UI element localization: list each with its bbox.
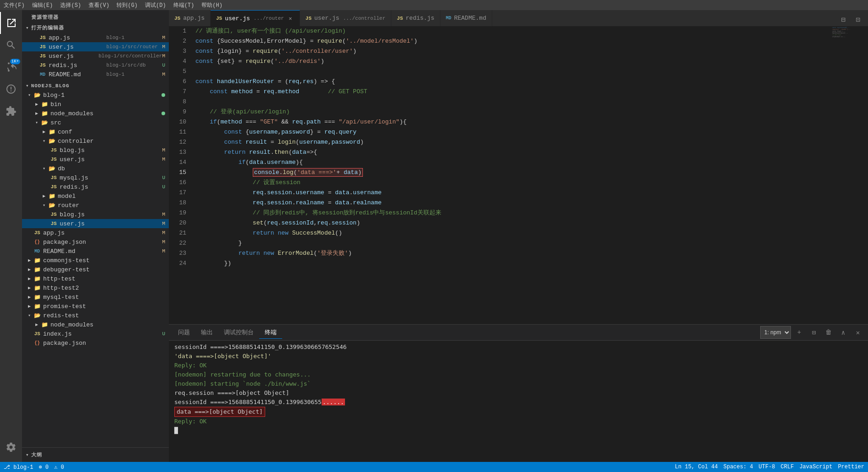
line-numbers: 1 2 3 4 5 6 7 8 9 10 11 12 13 14 15 16 1… <box>169 26 192 324</box>
menu-debug[interactable]: 调试(D) <box>145 1 166 9</box>
terminal-content[interactable]: sessionId ====>1568885141150_0.139963066… <box>169 341 868 462</box>
open-editors-section[interactable]: ▾ 打开的编辑器 <box>22 22 169 33</box>
tab-app-js[interactable]: JS app.js <box>169 10 211 26</box>
folder-label: node_modules <box>50 110 161 117</box>
tab-label: user.js <box>225 15 250 22</box>
extensions-icon[interactable] <box>0 100 22 122</box>
file-blog-js-router[interactable]: JS blog.js M <box>22 210 169 219</box>
add-terminal-button[interactable]: + <box>793 326 806 339</box>
badge-u: U <box>162 331 169 337</box>
menu-view[interactable]: 查看(V) <box>89 1 110 9</box>
folder-mysql-test[interactable]: ▶ 📁 mysql-test <box>22 292 169 302</box>
tab-close-button[interactable]: ✕ <box>287 15 294 22</box>
cursor-position[interactable]: Ln 15, Col 44 <box>675 464 718 470</box>
file-redis-js-db[interactable]: JS redis.js U <box>22 182 169 191</box>
terminal-cursor: █ <box>174 426 862 435</box>
tab-redis-js[interactable]: JS redis.js <box>391 10 440 26</box>
tab-readme[interactable]: MD README.md <box>440 10 492 26</box>
file-package-json-1[interactable]: {} package.json M <box>22 237 169 247</box>
menu-terminal[interactable]: 终端(T) <box>173 1 195 9</box>
maximize-editor-button[interactable]: ⊡ <box>851 13 864 26</box>
menu-goto[interactable]: 转到(G) <box>117 1 138 9</box>
folder-debugger-test[interactable]: ▶ 📁 debugger-test <box>22 265 169 274</box>
code-area[interactable]: // 调通接口, user有一个接口 (/api/user/login) con… <box>192 26 831 324</box>
open-editor-userjs-router[interactable]: JS user.js blog-1/src/router M <box>22 42 169 51</box>
split-editor-button[interactable]: ⊟ <box>837 13 850 26</box>
line-ending[interactable]: CRLF <box>781 464 794 470</box>
warning-count[interactable]: ⚠ 0 <box>54 464 64 471</box>
folder-node-modules-1[interactable]: ▶ 📁 node_modules <box>22 109 169 118</box>
folder-node-modules-2[interactable]: ▶ 📁 node_modules <box>22 320 169 329</box>
folder-blog1[interactable]: ▾ 📂 blog-1 <box>22 90 169 100</box>
tab-path: .../controller <box>343 16 385 21</box>
formatter[interactable]: Prettier <box>838 464 864 470</box>
open-editor-readme[interactable]: MD README.md blog-1 M <box>22 70 169 79</box>
explorer-icon[interactable] <box>0 12 22 34</box>
encoding[interactable]: UTF-8 <box>759 464 775 470</box>
file-mysql-js[interactable]: JS mysql.js U <box>22 173 169 182</box>
folder-bin[interactable]: ▶ 📁 bin <box>22 100 169 109</box>
folder-label: redis-test <box>43 312 169 319</box>
folder-label: commonjs-test <box>43 257 169 264</box>
code-line-20: set(req.sessionId,req.session) <box>195 218 831 228</box>
folder-router[interactable]: ▾ 📂 router <box>22 201 169 210</box>
open-editor-userjs-controller[interactable]: JS user.js blog-1/src/controller M <box>22 51 169 61</box>
file-index-js[interactable]: JS index.js U <box>22 329 169 338</box>
folder-promise-test[interactable]: ▶ 📁 promise-test <box>22 302 169 311</box>
language-mode[interactable]: JavaScript <box>799 464 832 470</box>
outline-section-title[interactable]: ▾ 大纲 <box>22 450 169 460</box>
menu-help[interactable]: 帮助(H) <box>201 1 223 9</box>
npm-dropdown[interactable]: 1: npm <box>760 326 791 339</box>
folder-controller[interactable]: ▾ 📂 controller <box>22 136 169 146</box>
file-user-js-router[interactable]: JS user.js M <box>22 219 169 228</box>
indentation[interactable]: Spaces: 4 <box>723 464 753 470</box>
file-user-js-controller[interactable]: JS user.js M <box>22 155 169 164</box>
folder-label: bin <box>50 101 169 108</box>
file-blog-js-controller[interactable]: JS blog.js M <box>22 146 169 155</box>
tab-user-js-controller[interactable]: JS user.js .../controller <box>300 10 391 26</box>
open-editor-app[interactable]: JS app.js blog-1 M <box>22 33 169 42</box>
folder-commonjs-test[interactable]: ▶ 📁 commonjs-test <box>22 256 169 265</box>
close-terminal-button[interactable]: ✕ <box>851 326 864 339</box>
folder-redis-test[interactable]: ▾ 📂 redis-test <box>22 311 169 320</box>
split-terminal-button[interactable]: ⊟ <box>807 326 820 339</box>
code-line-14: if(data.username){ <box>195 157 831 168</box>
settings-icon[interactable] <box>0 436 22 458</box>
source-control-icon[interactable] <box>0 56 22 78</box>
code-line-22: } <box>195 238 831 248</box>
menu-select[interactable]: 选择(S) <box>60 1 81 9</box>
outline-section[interactable]: ▾ 大纲 <box>22 447 169 462</box>
folder-http-test2[interactable]: ▶ 📁 http-test2 <box>22 283 169 292</box>
terminal-tab-debug-console[interactable]: 调试控制台 <box>218 326 259 338</box>
git-branch[interactable]: ⎇ blog-1 <box>4 464 33 471</box>
menu-file[interactable]: 文件(F) <box>4 1 25 9</box>
tab-bar: JS app.js JS user.js .../router ✕ JS use… <box>169 10 868 26</box>
error-count[interactable]: ⊗ 0 <box>39 464 49 471</box>
folder-model[interactable]: ▶ 📁 model <box>22 191 169 201</box>
folder-src[interactable]: ▾ 📂 src <box>22 118 169 127</box>
search-icon[interactable] <box>0 34 22 56</box>
folder-http-test[interactable]: ▶ 📁 http-test <box>22 274 169 283</box>
arrow-right-icon: ▶ <box>26 267 33 272</box>
file-package-json-2[interactable]: {} package.json <box>22 338 169 348</box>
code-line-6: const handelUserRouter = (req,res) => { <box>195 77 831 87</box>
debug-icon[interactable] <box>0 78 22 100</box>
file-readme-1[interactable]: MD README.md M <box>22 247 169 256</box>
delete-terminal-button[interactable]: 🗑 <box>822 326 835 339</box>
tab-user-js-router[interactable]: JS user.js .../router ✕ <box>211 10 300 26</box>
badge-m: M <box>162 230 169 236</box>
terminal-line-1: sessionId ====>1568885141150_0.139963066… <box>174 343 862 352</box>
project-section[interactable]: ▾ NODEJS_BLOG <box>22 81 169 90</box>
folder-conf[interactable]: ▶ 📁 conf <box>22 127 169 136</box>
tab-path: .../router <box>254 16 284 21</box>
open-editor-redis[interactable]: JS redis.js blog-1/src/db U <box>22 61 169 70</box>
folder-icon: 📁 <box>33 275 41 282</box>
terminal-tab-problems[interactable]: 问题 <box>172 326 195 338</box>
menu-edit[interactable]: 编辑(E) <box>32 1 53 9</box>
terminal-tab-output[interactable]: 输出 <box>195 326 218 338</box>
terminal-tab-terminal[interactable]: 终端 <box>259 326 282 339</box>
maximize-terminal-button[interactable]: ∧ <box>837 326 850 339</box>
folder-db[interactable]: ▾ 📂 db <box>22 164 169 173</box>
open-editors-label: 打开的编辑器 <box>31 24 64 31</box>
file-app-js[interactable]: JS app.js M <box>22 228 169 237</box>
